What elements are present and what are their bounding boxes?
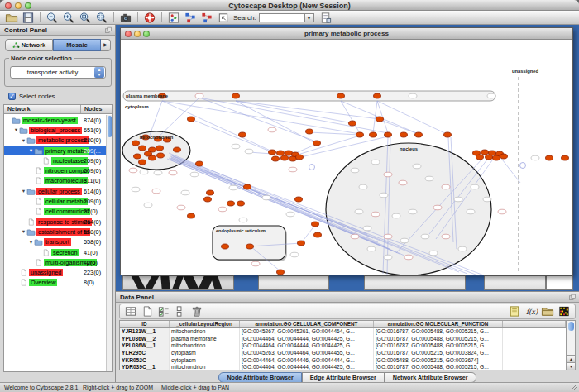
tab-network[interactable]: Network [5,39,53,51]
column-header[interactable]: annotation.GO CELLULAR_COMPONENT [240,321,374,327]
network-node[interactable] [251,261,260,266]
network-node[interactable] [371,160,380,165]
network-node[interactable] [351,234,359,239]
network-node-highlighted[interactable] [139,146,146,151]
network-node[interactable] [421,234,429,239]
network-node-highlighted[interactable] [481,150,489,155]
heatmap-icon[interactable] [557,305,571,318]
network-node[interactable] [218,207,227,212]
zoom-out-icon[interactable] [45,12,59,24]
snapshot-icon[interactable] [119,12,132,24]
zoom-fit-icon[interactable] [95,12,108,24]
network-node-highlighted[interactable] [400,132,408,137]
tree-expander-icon[interactable]: ▼ [28,240,34,245]
network-node-highlighted[interactable] [174,147,181,152]
network-node-highlighted[interactable] [269,150,276,155]
network-node-highlighted[interactable] [337,93,345,98]
network-node[interactable] [442,234,450,239]
network-node-highlighted[interactable] [500,154,508,159]
network-node[interactable] [140,170,148,174]
enhanced-search-icon[interactable] [319,12,333,24]
annotation-icon[interactable] [217,12,230,24]
vizmapper-icon[interactable] [167,12,180,24]
network-node-highlighted[interactable] [272,156,280,161]
network-node[interactable] [404,255,413,260]
open-session-icon[interactable] [5,12,18,24]
network-node[interactable] [177,205,185,210]
network-node[interactable] [181,190,189,195]
network-tree-row[interactable]: cell communicat22(0) [4,207,106,217]
search-input[interactable] [259,13,305,22]
network-node[interactable] [359,184,367,189]
network-node[interactable] [384,234,392,239]
network-node-highlighted[interactable] [281,155,289,160]
network-node-highlighted[interactable] [149,155,156,160]
network-node-highlighted[interactable] [232,93,240,98]
network-node[interactable] [487,93,495,98]
column-header[interactable]: annotation.GO MOLECULAR_FUNCTION [374,321,503,327]
network-tree-row[interactable]: mosaic-demo-yeast874(0) [4,115,106,125]
network-node-highlighted[interactable] [415,132,423,137]
select-nodes-checkbox[interactable]: ✓ [8,93,16,100]
network-node-highlighted[interactable] [376,117,384,122]
network-node-highlighted[interactable] [546,155,553,160]
network-node-highlighted[interactable] [227,201,235,206]
network-node[interactable] [351,168,359,173]
network-node[interactable] [433,205,442,210]
network-node[interactable] [384,255,392,260]
network-canvas[interactable]: plasma membranecytoplasmmitochondrionnuc… [121,40,572,275]
network-node[interactable] [262,195,270,200]
network-node-highlighted[interactable] [239,132,246,137]
network-node-highlighted[interactable] [277,151,285,155]
network-node-highlighted[interactable] [374,93,381,98]
network-node-highlighted[interactable] [134,154,141,159]
network-node[interactable] [392,213,400,218]
network-tree-row[interactable]: nucleobase-209(0) [4,155,106,165]
network-tree-row[interactable]: ▼cellular process614(0) [4,186,106,196]
network-node[interactable] [400,238,409,243]
network-node[interactable] [239,218,247,222]
column-header[interactable]: _cellularLayoutRegion [170,321,240,327]
network-node-highlighted[interactable] [370,132,377,137]
network-node[interactable] [195,93,203,98]
network-node[interactable] [409,93,417,98]
scroll-down-icon[interactable]: ▼ [567,362,575,370]
unselect-attributes-icon[interactable] [174,305,187,318]
network-node-highlighted[interactable] [476,155,484,160]
zoom-selected-region-icon[interactable] [79,12,92,24]
network-tree-row[interactable]: Overview8(0) [4,278,106,288]
network-node[interactable] [144,203,152,208]
network-node[interactable] [409,209,417,214]
network-node[interactable] [467,209,475,214]
window-thumbnail[interactable] [364,275,466,290]
network-node-highlighted[interactable] [493,155,500,160]
network-node[interactable] [129,168,137,173]
network-node[interactable] [169,170,177,175]
network-node-highlighted[interactable] [222,244,229,249]
hide-selected-nodes-icon[interactable] [184,12,197,24]
table-scrollbar[interactable]: ▲ ▼ [567,320,576,370]
network-node[interactable] [154,170,162,175]
network-node-highlighted[interactable] [196,161,203,166]
import-attributes-icon[interactable] [541,305,554,318]
network-node[interactable] [229,185,237,190]
network-node-highlighted[interactable] [139,160,146,165]
network-node[interactable] [429,251,438,256]
network-node[interactable] [483,197,491,202]
network-node-highlighted[interactable] [277,270,285,275]
network-node[interactable] [132,187,140,192]
network-node-highlighted[interactable] [313,141,321,146]
network-node-highlighted[interactable] [156,146,164,151]
network-node-highlighted[interactable] [349,121,356,126]
network-node-highlighted[interactable] [295,197,303,202]
network-node-highlighted[interactable] [244,184,251,189]
column-header[interactable]: ID [120,321,170,327]
network-node-highlighted[interactable] [562,155,569,160]
window-thumbnail[interactable] [484,275,546,290]
network-node-highlighted[interactable] [246,244,254,249]
table-row[interactable]: YKR052Ccytoplasm[GO:0044464, GO:0044446,… [120,357,566,365]
network-node-highlighted[interactable] [385,132,392,137]
zoom-in-icon[interactable] [62,12,75,24]
network-node[interactable] [498,209,506,214]
network-node[interactable] [425,176,433,181]
